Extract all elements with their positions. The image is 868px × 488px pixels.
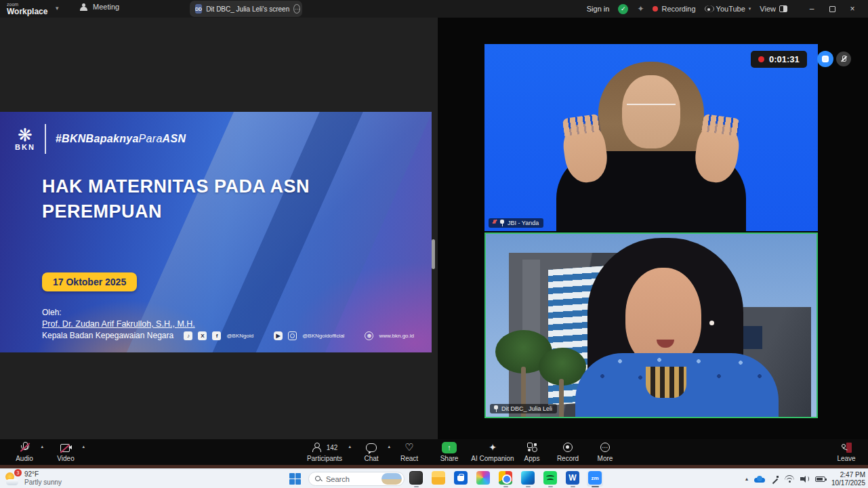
taskbar-app-zoom[interactable]: zm bbox=[587, 471, 603, 487]
shared-screen-tab-label: Dit DBC_ Julia Leli's screen bbox=[206, 5, 289, 13]
chrome-icon bbox=[499, 471, 512, 485]
panel-resize-handle[interactable] bbox=[432, 239, 435, 269]
presenter-name: Prof. Dr. Zudan Arif Fakrulloh, S.H., M.… bbox=[42, 319, 195, 330]
zoom-logo-bottom: Workplace bbox=[7, 8, 47, 15]
presentation-slide: ❋ BKN #BKNBapaknyaParaASN HAK MATERNITAS… bbox=[0, 112, 432, 352]
close-button[interactable]: × bbox=[842, 0, 863, 18]
website-url: www.bkn.go.id bbox=[379, 333, 414, 339]
recording-indicator[interactable]: Recording bbox=[653, 5, 695, 13]
tab-more-icon[interactable]: ⋯ bbox=[293, 4, 300, 14]
zoom-app-icon: zm bbox=[588, 471, 602, 485]
wifi-arc bbox=[787, 478, 792, 483]
slide-hashtag: #BKNBapaknyaParaASN bbox=[56, 133, 186, 145]
share-icon: ↑ bbox=[442, 442, 457, 453]
youtube-label: YouTube bbox=[716, 5, 745, 13]
taskbar-app-explorer[interactable] bbox=[430, 471, 447, 487]
record-icon bbox=[563, 443, 573, 452]
recording-dot-icon bbox=[653, 6, 658, 12]
weather-temp: 92°F bbox=[24, 470, 62, 479]
running-indicator bbox=[526, 486, 531, 488]
video-tile-speaker[interactable]: NEGARA Dit DBC_ Julia Leli bbox=[484, 232, 818, 418]
pen-icon[interactable] bbox=[771, 475, 779, 483]
stop-icon bbox=[822, 56, 829, 62]
muted-slash-icon bbox=[20, 443, 30, 452]
taskbar-search[interactable]: Search bbox=[308, 472, 405, 486]
more-button[interactable]: ⋯ More bbox=[581, 441, 629, 462]
taskbar-app-spotify[interactable] bbox=[542, 471, 558, 487]
pin-icon bbox=[493, 405, 499, 412]
maximize-button[interactable] bbox=[822, 0, 842, 18]
hidden-icons-chevron[interactable]: ▴ bbox=[745, 476, 748, 482]
slide-title: HAK MATERNITAS PADA ASN PEREMPUAN bbox=[42, 174, 310, 224]
word-icon: W bbox=[566, 471, 579, 485]
door-icon bbox=[846, 443, 852, 453]
meeting-stage: ❋ BKN #BKNBapaknyaParaASN HAK MATERNITAS… bbox=[0, 18, 868, 439]
tiktok-icon: ♪ bbox=[184, 331, 192, 340]
taskbar-app-snipping[interactable] bbox=[408, 471, 424, 487]
taskbar-app-word[interactable]: W bbox=[564, 471, 581, 487]
minimize-button[interactable]: – bbox=[802, 0, 822, 18]
social-handle-1: @BKNgoid bbox=[226, 333, 253, 339]
start-button[interactable] bbox=[289, 473, 301, 485]
video-button[interactable]: ▴ Video bbox=[41, 441, 90, 462]
stop-video-layout-button[interactable] bbox=[817, 51, 833, 67]
oleh-label: Oleh: bbox=[42, 307, 195, 319]
onedrive-icon[interactable] bbox=[754, 476, 765, 483]
facebook-icon: f bbox=[212, 331, 221, 340]
view-button[interactable]: View bbox=[760, 5, 787, 13]
leave-button[interactable]: Leave bbox=[822, 441, 868, 462]
tab-shared-screen[interactable]: DD Dit DBC_ Julia Leli's screen ⋯ bbox=[190, 1, 302, 17]
video-tile-interpreter[interactable]: JBI - Yanda bbox=[484, 44, 818, 231]
slide-title-line1: HAK MATERNITAS PADA ASN bbox=[42, 174, 310, 199]
presenter-role: Kepala Badan Kepegawaian Negara bbox=[42, 330, 195, 342]
running-indicator bbox=[414, 486, 419, 488]
taskbar-clock[interactable]: 2:47 PM 10/17/2025 bbox=[831, 471, 865, 487]
recording-timer: 0:01:31 bbox=[751, 51, 807, 68]
copilot-icon bbox=[476, 471, 490, 485]
battery-icon[interactable] bbox=[815, 476, 825, 482]
zoom-workplace-logo[interactable]: zoom Workplace bbox=[7, 1, 47, 15]
participant-name-tag: Dit DBC_ Julia Leli bbox=[490, 404, 557, 413]
hashtag-part: Bapaknya bbox=[86, 133, 139, 144]
volume-arc bbox=[806, 476, 809, 481]
start-square bbox=[289, 473, 295, 479]
weather-widget[interactable]: 3 92°F Partly sunny bbox=[4, 470, 62, 487]
muted-mic-icon bbox=[841, 56, 846, 63]
ai-sparkle-icon[interactable]: ✦ bbox=[637, 4, 644, 14]
running-indicator bbox=[548, 486, 553, 488]
layout-icon bbox=[779, 5, 787, 12]
hashtag-part: #BKN bbox=[56, 133, 86, 144]
taskbar-app-icons: W zm bbox=[408, 471, 603, 487]
mic-icon bbox=[20, 442, 28, 453]
mute-status-button[interactable] bbox=[836, 52, 851, 66]
slide-social-row: ♪ X f @BKNgoid ▶ @BKNgoidofficial ⊕ www.… bbox=[184, 331, 414, 340]
sign-in-button[interactable]: Sign in bbox=[587, 5, 610, 13]
youtube-live-button[interactable]: YouTube ▾ bbox=[705, 5, 751, 13]
chevron-up-icon[interactable]: ▴ bbox=[82, 444, 85, 449]
volume-icon[interactable] bbox=[800, 475, 809, 483]
taskbar-app-edge[interactable] bbox=[520, 471, 536, 487]
recording-dot-icon bbox=[758, 56, 764, 62]
taskbar-app-copilot[interactable] bbox=[475, 471, 491, 487]
participants-button[interactable]: 142 ▴ Participants bbox=[297, 441, 352, 462]
muted-mic-icon bbox=[492, 220, 497, 226]
cloud-icon bbox=[6, 479, 18, 485]
bkn-logo: ❋ BKN bbox=[15, 127, 35, 151]
participant-name: JBI - Yanda bbox=[508, 220, 539, 226]
security-shield-icon[interactable]: ✓ bbox=[618, 4, 628, 14]
leave-icon bbox=[841, 443, 852, 453]
presenter-block: Oleh: Prof. Dr. Zudan Arif Fakrulloh, S.… bbox=[42, 307, 195, 342]
tab-meeting[interactable]: Meeting bbox=[80, 3, 119, 11]
taskbar-app-chrome[interactable] bbox=[497, 471, 514, 487]
chevron-down-icon[interactable]: ▾ bbox=[56, 5, 59, 12]
start-square bbox=[295, 479, 301, 485]
person-icon bbox=[842, 444, 846, 448]
participant-name: Dit DBC_ Julia Leli bbox=[501, 405, 552, 412]
participants-count: 142 bbox=[327, 444, 338, 451]
start-square bbox=[295, 473, 301, 479]
taskbar-app-store[interactable] bbox=[453, 471, 469, 487]
wifi-icon[interactable] bbox=[785, 475, 794, 483]
zoom-titlebar: zoom Workplace ▾ Meeting DD Dit DBC_ Jul… bbox=[0, 0, 868, 18]
youtube-icon: ▶ bbox=[274, 331, 283, 340]
speaker-collar bbox=[646, 367, 686, 398]
